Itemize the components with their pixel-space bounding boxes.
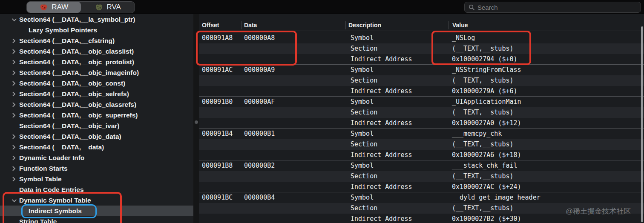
cell-description: Section	[351, 203, 377, 214]
chevron-right-icon[interactable]	[9, 67, 19, 78]
sidebar-item[interactable]: Section64 (__DATA,__la_symbol_ptr)	[0, 14, 193, 25]
sidebar-item[interactable]: Dynamic Symbol Table	[0, 195, 193, 206]
chevron-right-icon[interactable]	[9, 152, 19, 163]
table-row[interactable]: Section(__TEXT,__stubs)	[199, 171, 644, 182]
cell-value: (__TEXT,__stubs)	[452, 171, 514, 182]
chevron-down-icon[interactable]	[9, 14, 19, 25]
sidebar-item[interactable]: Function Starts	[0, 163, 193, 174]
table-row[interactable]: Section(__TEXT,__stubs)	[199, 75, 644, 86]
search-field[interactable]	[464, 2, 641, 13]
sidebar-item[interactable]: Section64 (__DATA,__objc_data)	[0, 131, 193, 142]
chevron-right-icon[interactable]	[9, 57, 19, 67]
sidebar-item-label: Section64 (__DATA,__objc_protolist)	[19, 58, 134, 66]
chevron-right-icon[interactable]	[9, 46, 19, 57]
sidebar: Section64 (__DATA,__la_symbol_ptr)Lazy S…	[0, 14, 193, 223]
sidebar-item[interactable]: Section64 (__DATA,__objc_imageinfo)	[0, 67, 193, 78]
cell-description: Symbol	[351, 65, 374, 75]
table-row[interactable]: 000091A8000000A8Symbol_NSLog	[199, 33, 644, 43]
cell-value: (__TEXT,__stubs)	[452, 75, 514, 86]
sidebar-item[interactable]: Section64 (__DATA,__cfstring)	[0, 35, 193, 46]
table-row[interactable]: 000091AC000000A9Symbol_NSStringFromClass	[199, 65, 644, 75]
chevron-right-icon[interactable]	[9, 78, 19, 89]
chevron-spacer	[9, 216, 19, 223]
sidebar-item[interactable]: Section64 (__DATA,__objc_ivar)	[0, 120, 193, 131]
sidebar-item-label: Section64 (__DATA,__la_symbol_ptr)	[19, 16, 135, 23]
chevron-right-icon[interactable]	[9, 174, 19, 184]
chevron-right-icon[interactable]	[9, 99, 19, 110]
table-row[interactable]: Indirect Address0x1000027A6 ($+18)	[199, 150, 644, 160]
sidebar-item[interactable]: Symbol Table	[0, 174, 193, 184]
cell-offset: 000091BC	[202, 192, 233, 203]
chevron-right-icon[interactable]	[9, 163, 19, 174]
sidebar-item[interactable]: Section64 (__DATA,__objc_classrefs)	[0, 99, 193, 110]
apple-green-icon	[95, 3, 104, 12]
column-header-data[interactable]: Data	[244, 20, 257, 31]
table-row-group[interactable]: 000091AC000000A9Symbol_NSStringFromClass…	[199, 65, 644, 97]
sidebar-item[interactable]: Section64 (__DATA,__objc_superrefs)	[0, 110, 193, 120]
vertical-scrollbar-thumb[interactable]	[641, 26, 643, 222]
sidebar-item[interactable]: String Table	[0, 216, 193, 223]
table-row-group[interactable]: 000091B8000000B2Symbol___stack_chk_failS…	[199, 160, 644, 192]
tab-raw[interactable]: RAW	[27, 2, 81, 13]
table-row-group[interactable]: 000091B0000000AFSymbol_UIApplicationMain…	[199, 97, 644, 129]
table-row[interactable]: 000091B0000000AFSymbol_UIApplicationMain	[199, 97, 644, 107]
search-icon	[469, 4, 475, 11]
cell-value: 0x1000027A6 ($+18)	[452, 150, 521, 160]
sidebar-item-label: Lazy Symbol Pointers	[28, 26, 97, 34]
cell-description: Section	[351, 171, 377, 182]
table-row[interactable]: Indirect Address0x100002794 ($+0)	[199, 54, 644, 65]
chevron-right-icon[interactable]	[9, 89, 19, 99]
chevron-right-icon[interactable]	[9, 110, 19, 120]
tab-rva[interactable]: RVA	[81, 2, 135, 13]
sidebar-item-label: Section64 (__DATA,__data)	[19, 143, 104, 151]
chevron-spacer	[9, 120, 19, 131]
table-row[interactable]: Section(__TEXT,__stubs)	[199, 107, 644, 118]
column-header-description[interactable]: Description	[348, 20, 381, 31]
chevron-down-icon[interactable]	[9, 195, 19, 206]
table-row[interactable]: Indirect Address0x1000027A0 ($+12)	[199, 118, 644, 129]
cell-value: (__TEXT,__stubs)	[452, 107, 514, 118]
pane-resize-handle[interactable]	[195, 120, 198, 124]
apple-red-icon	[39, 3, 48, 12]
table-row[interactable]: Indirect Address0x1000027AC ($+24)	[199, 182, 644, 192]
table-row[interactable]: 000091B8000000B2Symbol___stack_chk_fail	[199, 160, 644, 171]
chevron-right-icon[interactable]	[9, 35, 19, 46]
table-row[interactable]: Section(__TEXT,__stubs)	[199, 43, 644, 54]
table-row-group[interactable]: 000091A8000000A8Symbol_NSLogSection(__TE…	[199, 33, 644, 65]
pane-divider	[193, 14, 199, 223]
sidebar-item[interactable]: Dynamic Loader Info	[0, 152, 193, 163]
table-row-group[interactable]: 000091B4000000B1Symbol___memcpy_chkSecti…	[199, 129, 644, 160]
column-header-value[interactable]: Value	[452, 20, 468, 31]
cell-description: Section	[351, 139, 377, 150]
table-row[interactable]: Section(__TEXT,__stubs)	[199, 139, 644, 150]
cell-description: Indirect Address	[351, 150, 412, 160]
sidebar-item-label: Section64 (__DATA,__objc_classrefs)	[19, 101, 136, 109]
search-input[interactable]	[477, 4, 637, 11]
column-divider	[345, 21, 346, 29]
raw-rva-segmented-control: RAW RVA	[26, 1, 135, 13]
table-header: Offset Data Description Value	[199, 20, 644, 31]
sidebar-item[interactable]: Section64 (__DATA,__objc_protolist)	[0, 57, 193, 67]
cell-description: Indirect Address	[351, 214, 412, 223]
chevron-right-icon[interactable]	[9, 131, 19, 142]
table-row[interactable]: 000091BC000000B4Symbol__dyld_get_image_h…	[199, 192, 644, 203]
sidebar-item-label: Section64 (__DATA,__objc_superrefs)	[19, 112, 138, 119]
cell-value: __dyld_get_image_header	[452, 192, 540, 203]
sidebar-item-label: String Table	[19, 218, 57, 223]
cell-value: ___stack_chk_fail	[452, 160, 518, 171]
cell-description: Symbol	[351, 97, 374, 107]
chevron-right-icon[interactable]	[9, 142, 19, 152]
cell-value: 0x10000279A ($+6)	[452, 86, 518, 97]
sidebar-item[interactable]: Lazy Symbol Pointers	[0, 25, 193, 35]
table-row[interactable]: 000091B4000000B1Symbol___memcpy_chk	[199, 129, 644, 139]
sidebar-item[interactable]: Data in Code Entries	[0, 184, 193, 195]
table-row[interactable]: Indirect Address0x10000279A ($+6)	[199, 86, 644, 97]
sidebar-item[interactable]: Section64 (__DATA,__objc_const)	[0, 78, 193, 89]
sidebar-item[interactable]: Section64 (__DATA,__objc_selrefs)	[0, 89, 193, 99]
sidebar-item[interactable]: Section64 (__DATA,__data)	[0, 142, 193, 152]
cell-value: (__TEXT,__stubs)	[452, 139, 514, 150]
column-header-offset[interactable]: Offset	[202, 20, 219, 31]
sidebar-item-label: Function Starts	[19, 165, 68, 172]
sidebar-item[interactable]: Section64 (__DATA,__objc_classlist)	[0, 46, 193, 57]
sidebar-item[interactable]: Indirect Symbols	[0, 206, 193, 216]
